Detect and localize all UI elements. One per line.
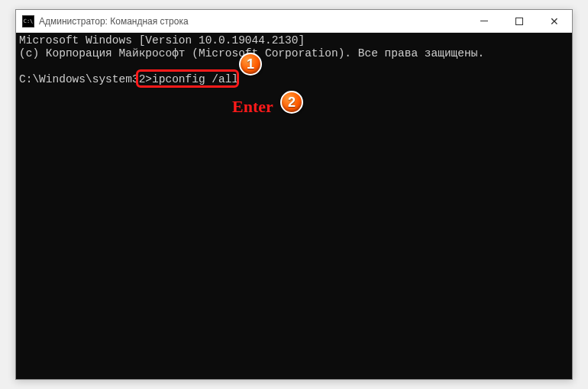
annotation-badge-2: 2 xyxy=(280,91,303,114)
window-controls: ✕ xyxy=(467,10,572,32)
maximize-button[interactable] xyxy=(502,10,537,32)
window-title: Администратор: Командная строка xyxy=(39,16,467,27)
terminal-command: ipconfig /all xyxy=(152,73,238,85)
maximize-icon xyxy=(515,18,523,25)
terminal-area[interactable]: Microsoft Windows [Version 10.0.19044.21… xyxy=(16,33,572,379)
terminal-output-line: (c) Корпорация Майкрософт (Microsoft Cor… xyxy=(19,47,569,60)
terminal-prompt-line: C:\Windows\system32>ipconfig /all xyxy=(19,73,569,86)
command-prompt-window: C:\ Администратор: Командная строка ✕ Mi… xyxy=(15,9,573,380)
annotation-badge-1: 1 xyxy=(239,53,262,76)
close-button[interactable]: ✕ xyxy=(537,10,572,32)
minimize-icon xyxy=(480,21,488,21)
titlebar[interactable]: C:\ Администратор: Командная строка ✕ xyxy=(16,10,572,33)
close-icon: ✕ xyxy=(550,16,559,27)
annotation-enter-label: Enter xyxy=(232,97,273,117)
terminal-output-line: Microsoft Windows [Version 10.0.19044.21… xyxy=(19,34,569,47)
terminal-prompt: C:\Windows\system32> xyxy=(19,73,152,85)
cmd-icon: C:\ xyxy=(22,15,34,27)
minimize-button[interactable] xyxy=(467,10,502,32)
